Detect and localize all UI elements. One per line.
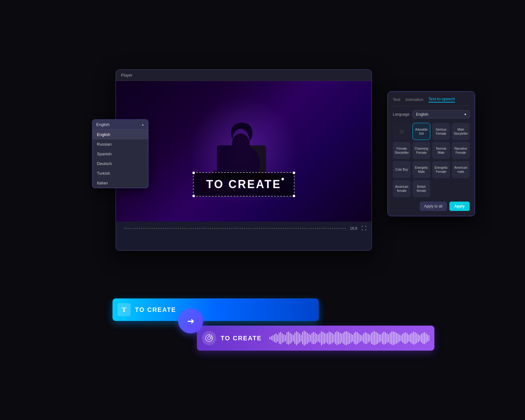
- lang-option-english[interactable]: English: [92, 130, 148, 139]
- corner-handle-bl: [192, 195, 195, 197]
- tts-language-value: English: [416, 112, 428, 117]
- chevron-down-icon: ▾: [464, 112, 466, 117]
- voice-cell-cute-boy[interactable]: Cute Boy: [393, 161, 411, 178]
- tts-language-select[interactable]: English ▾: [412, 110, 470, 118]
- audio-icon: [202, 331, 216, 345]
- voice-cell-energetic-female[interactable]: Energetic Female: [432, 161, 450, 178]
- lang-option-russian[interactable]: Russian: [92, 139, 148, 149]
- apply-all-button[interactable]: Apply to all: [420, 202, 447, 211]
- tab-tts[interactable]: Text-to-speech: [428, 97, 455, 102]
- text-track-bar[interactable]: T TO CREATE: [112, 298, 319, 321]
- lang-option-spanish[interactable]: Spanish: [92, 149, 148, 159]
- player-titlebar: Player: [116, 70, 372, 81]
- voice-cell-energetic-male[interactable]: Energetic Male: [412, 161, 430, 178]
- voice-cell-charming-female[interactable]: Charming Female: [412, 142, 430, 159]
- block-icon: ⊘: [399, 128, 404, 135]
- voice-cell-american-male[interactable]: American male: [452, 161, 470, 178]
- voice-cell-serious-female[interactable]: Serious Female: [432, 123, 450, 140]
- convert-button[interactable]: ➜: [178, 308, 203, 333]
- waveform: [269, 330, 429, 346]
- voice-cell-american-female[interactable]: American female: [393, 180, 411, 197]
- voice-cell-disabled: ⊘: [393, 123, 411, 140]
- svg-point-9: [208, 337, 210, 339]
- player-title: Player: [121, 73, 132, 78]
- audio-track-bar[interactable]: TO CREATE: [197, 326, 434, 351]
- svg-point-6: [232, 133, 250, 154]
- text-track-label: TO CREATE: [135, 306, 176, 313]
- language-dropdown-selected: English: [96, 122, 110, 127]
- corner-handle-br: [292, 195, 295, 197]
- tab-animation[interactable]: Animation: [405, 97, 423, 102]
- voice-cell-adorable-girl[interactable]: Adorable Girl: [412, 123, 430, 140]
- chevron-up-icon: ▲: [141, 123, 144, 126]
- language-dropdown: English ▲ English Russian Spanish Deutsc…: [92, 119, 148, 188]
- voice-grid: ⊘ Adorable Girl Serious Female Male Stor…: [393, 123, 470, 197]
- tab-text[interactable]: Text: [393, 97, 400, 102]
- tts-tabs: Text Animation Text-to-speech: [393, 97, 470, 106]
- voice-cell-normal-male[interactable]: Normal Male: [432, 142, 450, 159]
- video-area: TO CREATE: [116, 81, 372, 222]
- tts-language-label: Language: [393, 112, 410, 117]
- text-overlay-box[interactable]: TO CREATE: [193, 172, 295, 197]
- arrow-right-icon: ➜: [187, 316, 194, 326]
- audio-track-label: TO CREATE: [221, 335, 262, 342]
- corner-handle-tr: [292, 172, 295, 174]
- aspect-ratio-area: 16:9 ⛶: [350, 226, 367, 231]
- language-dropdown-header[interactable]: English ▲: [92, 120, 148, 130]
- voice-cell-narrative-female[interactable]: Narrative Female: [452, 142, 470, 159]
- lang-option-italian[interactable]: Italian: [92, 178, 148, 188]
- apply-button[interactable]: Apply: [449, 202, 470, 211]
- lang-option-deutsch[interactable]: Deutsch: [92, 159, 148, 168]
- timeline: [124, 228, 347, 229]
- aspect-ratio-button[interactable]: 16:9: [350, 226, 357, 231]
- tts-panel: Text Animation Text-to-speech Language E…: [388, 91, 475, 216]
- lang-option-turkish[interactable]: Turkish: [92, 168, 148, 178]
- overlay-text: TO CREATE: [206, 178, 282, 191]
- fullscreen-button[interactable]: ⛶: [362, 226, 367, 231]
- player-bottom-bar: 16:9 ⛶: [116, 222, 372, 235]
- text-track-icon: T: [118, 303, 131, 316]
- voice-cell-male-storyteller[interactable]: Male Storyteller: [452, 123, 470, 140]
- silhouette: [116, 81, 372, 222]
- tts-language-row: Language English ▾: [393, 110, 470, 118]
- tts-actions: Apply to all Apply: [393, 202, 470, 211]
- voice-cell-british-female[interactable]: British female: [412, 180, 430, 197]
- player-window: Player: [116, 69, 372, 251]
- voice-cell-female-storyteller[interactable]: Female Storyteller: [393, 142, 411, 159]
